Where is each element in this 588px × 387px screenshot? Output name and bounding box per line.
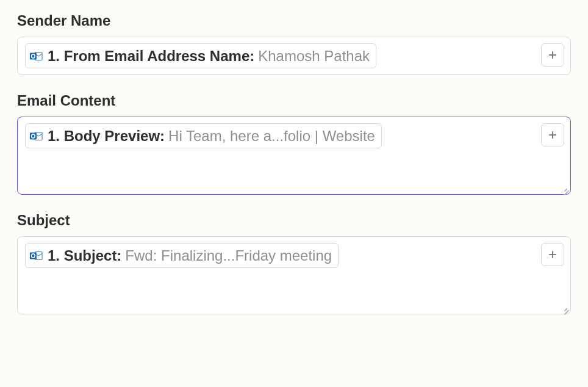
plus-icon: + xyxy=(548,48,557,62)
field-input-sender-name[interactable]: 1. From Email Address Name: Khamosh Path… xyxy=(17,37,571,75)
pill-label: 1. Body Preview: xyxy=(48,126,165,145)
resize-handle-icon xyxy=(561,304,569,313)
field-group-sender-name: Sender Name 1. From Email Address Name: … xyxy=(17,12,571,75)
add-field-button[interactable]: + xyxy=(541,43,564,67)
field-label-sender-name: Sender Name xyxy=(17,12,571,29)
field-label-email-content: Email Content xyxy=(17,92,571,109)
plus-icon: + xyxy=(548,247,557,262)
pill-label: 1. From Email Address Name: xyxy=(48,46,254,65)
pill-sender-name[interactable]: 1. From Email Address Name: Khamosh Path… xyxy=(25,43,376,68)
pill-value: Khamosh Pathak xyxy=(258,46,370,65)
pill-label: 1. Subject: xyxy=(48,246,121,265)
pill-value: Hi Team, here a...folio | Website xyxy=(168,126,375,145)
add-field-button[interactable]: + xyxy=(541,123,564,146)
pill-subject[interactable]: 1. Subject: Fwd: Finalizing...Friday mee… xyxy=(25,243,339,268)
pill-email-content[interactable]: 1. Body Preview: Hi Team, here a...folio… xyxy=(25,123,382,148)
field-label-subject: Subject xyxy=(17,212,571,229)
resize-handle-icon xyxy=(561,184,569,193)
field-input-email-content[interactable]: 1. Body Preview: Hi Team, here a...folio… xyxy=(17,117,571,195)
outlook-icon xyxy=(29,129,43,143)
field-input-subject[interactable]: 1. Subject: Fwd: Finalizing...Friday mee… xyxy=(17,236,571,314)
outlook-icon xyxy=(29,49,43,63)
field-group-subject: Subject 1. Subject: Fwd: Finalizing...Fr… xyxy=(17,212,571,314)
add-field-button[interactable]: + xyxy=(541,243,564,266)
pill-value: Fwd: Finalizing...Friday meeting xyxy=(125,246,332,265)
field-group-email-content: Email Content 1. Body Preview: Hi Team, … xyxy=(17,92,571,195)
outlook-icon xyxy=(29,249,43,262)
plus-icon: + xyxy=(548,128,557,142)
